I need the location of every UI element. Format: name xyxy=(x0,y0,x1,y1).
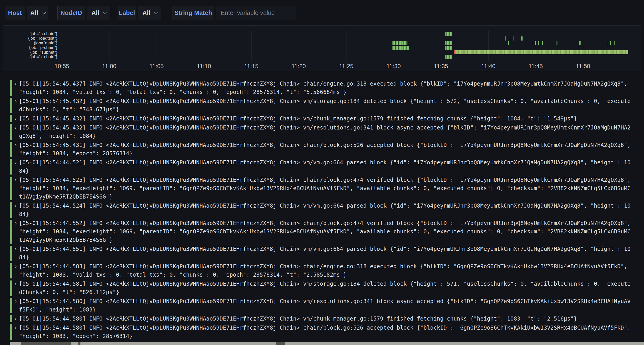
log-volume-mark xyxy=(510,36,510,40)
log-line: [05-01|15:54:44.552] INFO <2AcRkXTLLtQjv… xyxy=(19,219,644,228)
log-line: 84} xyxy=(19,167,644,175)
log-line: "height": 1084, "execHeight": 1069, "par… xyxy=(19,228,644,236)
log-row[interactable]: ›[05-01|15:54:44.524] INFO <2AcRkXTLLtQj… xyxy=(0,202,644,218)
time-gridline xyxy=(299,30,299,61)
log-level-bar xyxy=(10,159,12,175)
expand-chevron-icon[interactable]: › xyxy=(14,202,17,210)
log-line: f5FkD", "height": 1083} xyxy=(19,306,644,314)
log-row[interactable]: ›[05-01|15:54:45.437] INFO <2AcRkXTLLtQj… xyxy=(0,80,644,96)
expand-chevron-icon[interactable]: › xyxy=(14,324,17,332)
log-line: [05-01|15:54:44.524] INFO <2AcRkXTLLtQjv… xyxy=(19,202,644,210)
expand-chevron-icon[interactable]: › xyxy=(14,141,17,149)
log-line: [05-01|15:54:44.525] INFO <2AcRkXTLLtQjv… xyxy=(19,176,644,184)
log-row[interactable]: ›[05-01|15:54:45.432] INFO <2AcRkXTLLtQj… xyxy=(0,115,644,123)
expand-chevron-icon[interactable]: › xyxy=(14,315,17,323)
expand-chevron-icon[interactable]: › xyxy=(14,176,17,184)
chevron-down-icon xyxy=(103,10,107,14)
time-tick-label: 11:50 xyxy=(573,63,593,70)
log-volume-mark xyxy=(521,36,522,40)
time-gridline xyxy=(488,30,488,61)
label-variable-dropdown[interactable]: All xyxy=(138,6,161,20)
log-volume-mark xyxy=(392,46,409,50)
expand-chevron-icon[interactable]: › xyxy=(14,115,17,123)
log-volume-mark xyxy=(532,41,532,45)
expand-chevron-icon[interactable]: › xyxy=(14,245,17,253)
time-tick-label: 11:30 xyxy=(384,63,404,70)
time-gridline xyxy=(536,30,536,61)
time-gridline xyxy=(156,30,157,61)
log-row[interactable]: ›[05-01|15:54:45.431] INFO <2AcRkXTLLtQj… xyxy=(0,141,644,158)
time-gridline xyxy=(251,30,252,61)
log-row[interactable]: ›[05-01|15:54:44.580] INFO <2AcRkXTLLtQj… xyxy=(0,315,644,323)
log-row[interactable]: ›[05-01|15:54:44.521] INFO <2AcRkXTLLtQj… xyxy=(0,158,644,175)
log-line: [05-01|15:54:44.583] INFO <2AcRkXTLLtQjv… xyxy=(19,262,644,271)
nodeid-variable-dropdown[interactable]: All xyxy=(87,6,110,20)
log-row[interactable]: ›[05-01|15:54:44.581] INFO <2AcRkXTLLtQj… xyxy=(0,280,644,297)
log-level-bar xyxy=(10,220,12,244)
expand-chevron-icon[interactable]: › xyxy=(14,262,17,271)
log-volume-timeline-panel[interactable]: {job="c-chain"} {job="loadtest"} {job="m… xyxy=(3,25,641,71)
log-level-bar xyxy=(10,124,12,140)
log-level-bar xyxy=(10,315,12,322)
error-segment xyxy=(454,50,455,54)
log-line: [05-01|15:54:44.581] INFO <2AcRkXTLLtQjv… xyxy=(19,280,644,288)
log-level-bar xyxy=(10,177,12,200)
log-line: t1AVgiyyDKme5RT2QbEB7E4S6G"} xyxy=(19,236,644,244)
expand-chevron-icon[interactable]: › xyxy=(14,158,17,167)
time-gridline xyxy=(441,30,441,61)
log-line: [05-01|15:54:44.521] INFO <2AcRkXTLLtQjv… xyxy=(19,158,644,167)
log-volume-mark xyxy=(538,41,539,45)
log-volume-mark xyxy=(513,36,514,40)
log-line: dChunks": 0, "t": "748.671µs"} xyxy=(19,105,644,114)
expand-chevron-icon[interactable]: › xyxy=(14,297,17,306)
log-line: "height": 1083, "valid txs": 0, "total t… xyxy=(19,271,644,279)
log-volume-mark xyxy=(542,41,543,45)
log-line: "height": 1084, "valid txs": 0, "total t… xyxy=(19,88,644,96)
time-tick-label: 11:05 xyxy=(146,63,167,70)
string-match-variable-label: String Match xyxy=(172,6,214,20)
log-volume-mark xyxy=(606,41,607,45)
log-line: [05-01|15:54:44.551] INFO <2AcRkXTLLtQjv… xyxy=(19,245,644,253)
log-level-bar xyxy=(10,142,12,157)
log-line: "height": 1083, "epoch": 28576314} xyxy=(19,332,644,341)
bottom-partial-row xyxy=(10,342,644,345)
log-level-bar xyxy=(10,325,12,340)
log-row[interactable]: ›[05-01|15:54:44.580] INFO <2AcRkXTLLtQj… xyxy=(0,324,644,341)
log-line: [05-01|15:54:45.432] INFO <2AcRkXTLLtQjv… xyxy=(19,115,644,123)
time-tick-label: 11:10 xyxy=(194,63,214,70)
time-tick-label: 11:15 xyxy=(241,63,262,70)
expand-chevron-icon[interactable]: › xyxy=(14,97,17,105)
log-row[interactable]: ›[05-01|15:54:45.432] INFO <2AcRkXTLLtQj… xyxy=(0,124,644,140)
log-row[interactable]: ›[05-01|15:54:44.552] INFO <2AcRkXTLLtQj… xyxy=(0,219,644,244)
log-volume-mark xyxy=(610,41,611,45)
log-row[interactable]: ›[05-01|15:54:44.525] INFO <2AcRkXTLLtQj… xyxy=(0,176,644,201)
expand-chevron-icon[interactable]: › xyxy=(14,219,17,228)
time-tick-label: 11:20 xyxy=(288,63,309,70)
log-line: t1AVgiyyDKme5RT2QbEB7E4S6G"} xyxy=(19,193,644,201)
expand-chevron-icon[interactable]: › xyxy=(14,124,17,132)
log-line: [05-01|15:54:45.432] INFO <2AcRkXTLLtQjv… xyxy=(19,97,644,105)
host-variable-dropdown[interactable]: All xyxy=(27,6,48,20)
log-level-bar xyxy=(10,98,12,113)
log-level-bar xyxy=(10,115,12,122)
time-gridline xyxy=(109,30,110,61)
expand-chevron-icon[interactable]: › xyxy=(14,280,17,288)
log-row[interactable]: ›[05-01|15:54:44.580] INFO <2AcRkXTLLtQj… xyxy=(0,297,644,314)
time-tick-label: 11:35 xyxy=(431,63,451,70)
log-row[interactable]: ›[05-01|15:54:44.583] INFO <2AcRkXTLLtQj… xyxy=(0,262,644,279)
time-tick-label: 11:45 xyxy=(526,63,546,70)
log-line: 84} xyxy=(19,210,644,218)
log-line: gQXq8", "height": 1084} xyxy=(19,132,644,140)
log-volume-mark xyxy=(454,50,628,54)
log-volume-mark xyxy=(614,41,614,45)
log-volume-mark xyxy=(445,55,452,59)
expand-chevron-icon[interactable]: › xyxy=(14,80,17,88)
log-row[interactable]: ›[05-01|15:54:44.551] INFO <2AcRkXTLLtQj… xyxy=(0,245,644,262)
string-match-input[interactable] xyxy=(216,6,296,20)
chevron-down-icon xyxy=(42,10,46,14)
log-line: [05-01|15:54:44.580] INFO <2AcRkXTLLtQjv… xyxy=(19,315,644,323)
log-row[interactable]: ›[05-01|15:54:45.432] INFO <2AcRkXTLLtQj… xyxy=(0,97,644,114)
time-tick-label: 11:40 xyxy=(478,63,498,70)
log-volume-mark xyxy=(535,41,536,45)
log-volume-mark xyxy=(445,46,452,50)
